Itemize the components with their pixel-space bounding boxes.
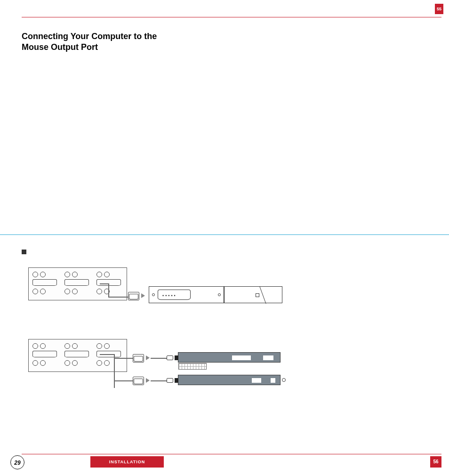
minidin-port-icon: [72, 289, 78, 294]
dsub-port-icon: [32, 279, 57, 286]
cable-segment: [151, 358, 167, 359]
minidin-port-icon: [32, 289, 38, 294]
cable-nib-icon: [175, 378, 178, 383]
dsub-port-icon: [32, 351, 57, 357]
keyboard-device-icon: [178, 352, 281, 363]
cable-segment: [114, 358, 133, 359]
serial-connector-icon: [133, 377, 144, 385]
chassis-edge-icon: [259, 287, 266, 304]
section-heading: Connecting Your Computer to the Mouse Ou…: [22, 31, 182, 52]
port-group-1: [32, 271, 60, 298]
minidin-port-icon: [72, 360, 78, 366]
key-region-icon: [232, 355, 251, 360]
port-hole-icon: [282, 378, 286, 382]
cable-segment: [151, 380, 167, 381]
footer-section-tab: INSTALLATION: [90, 456, 164, 468]
arrow-right-icon: [146, 355, 150, 360]
cable-segment: [100, 354, 114, 355]
minidin-port-icon: [104, 360, 110, 366]
keyboard-keys-icon: [178, 363, 207, 370]
arrow-right-icon: [141, 293, 145, 298]
minidin-port-icon: [96, 343, 102, 349]
minidin-port-icon: [96, 360, 102, 366]
cable-segment: [114, 354, 115, 388]
screw-hole-icon: [218, 293, 221, 296]
screw-hole-icon: [152, 293, 155, 296]
minidin-port-icon: [40, 343, 46, 349]
connector-shell-icon: [134, 356, 143, 362]
mid-divider: [0, 234, 449, 235]
minidin-port-icon: [40, 360, 46, 366]
port-group-1: [32, 342, 60, 370]
dsub-port-icon: [64, 351, 89, 357]
mouse-plug-icon: [167, 355, 173, 360]
minidin-port-icon: [64, 360, 70, 366]
minidin-port-icon: [96, 272, 102, 277]
cable-nib-icon: [175, 355, 178, 360]
minidin-port-icon: [72, 272, 78, 277]
page-number-left-circle: 29: [10, 455, 24, 469]
chassis-slot-icon: [256, 293, 259, 297]
pc-serial-port-icon: •••••: [149, 286, 224, 303]
serial-connector-icon: [128, 292, 139, 300]
pin-dots-icon: •••••: [162, 293, 177, 298]
bullet-marker: [22, 250, 26, 254]
minidin-port-icon: [32, 360, 38, 366]
top-divider: [22, 17, 441, 17]
minidin-port-icon: [104, 272, 110, 277]
minidin-port-icon: [40, 272, 46, 277]
arrow-right-icon: [146, 378, 150, 383]
minidin-port-icon: [32, 343, 38, 349]
key-region-icon: [263, 355, 273, 360]
minidin-port-icon: [104, 343, 110, 349]
button-icon: [252, 378, 261, 383]
cable-segment: [108, 283, 109, 297]
computer-device-icon: [178, 375, 281, 385]
cable-segment: [100, 283, 108, 284]
port-group-2: [64, 271, 92, 298]
led-icon: [271, 378, 275, 383]
page-number-bottom-right: 56: [430, 456, 441, 468]
minidin-port-icon: [40, 289, 46, 294]
connector-shell-icon: [129, 294, 138, 299]
serial-connector-icon: [133, 354, 144, 363]
minidin-port-icon: [64, 343, 70, 349]
minidin-port-icon: [64, 272, 70, 277]
pc-chassis-icon: [224, 286, 282, 303]
dsub-port-icon: [64, 279, 89, 286]
port-group-2: [64, 342, 92, 370]
minidin-port-icon: [64, 289, 70, 294]
cable-segment: [114, 380, 133, 381]
bottom-divider: [22, 454, 441, 454]
minidin-port-icon: [32, 272, 38, 277]
minidin-port-icon: [72, 343, 78, 349]
connector-shell-icon: [134, 379, 143, 384]
port-group-3: [96, 342, 124, 370]
page-number-top-tab: 55: [435, 4, 443, 14]
projector-back-panel-bottom: [28, 339, 127, 372]
mouse-plug-icon: [167, 378, 173, 383]
